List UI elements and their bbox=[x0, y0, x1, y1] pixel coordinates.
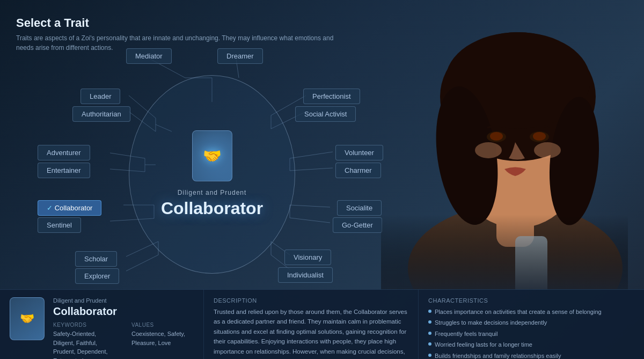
page-title: Select a Trait bbox=[16, 16, 338, 30]
trait-individualist[interactable]: Individualist bbox=[278, 267, 333, 283]
header: Select a Trait Traits are aspects of a Z… bbox=[16, 16, 338, 53]
characteristic-item: Places importance on activities that cre… bbox=[428, 308, 634, 316]
char-text: Places importance on activities that cre… bbox=[435, 308, 602, 316]
panel-keywords-col: Keywords Safety-Oriented, Diligent, Fait… bbox=[53, 322, 115, 359]
panel-keywords-value: Safety-Oriented, Diligent, Faithful, Pru… bbox=[53, 329, 115, 359]
char-dot bbox=[428, 342, 431, 346]
svg-line-37 bbox=[290, 168, 333, 171]
characteristic-item: Builds friendships and family relationsh… bbox=[428, 352, 634, 359]
panel-keywords-label: Keywords bbox=[53, 322, 115, 328]
trait-social-activist[interactable]: Social Activist bbox=[295, 106, 356, 122]
char-dot bbox=[428, 332, 431, 335]
trait-map: .line { stroke: rgba(150,190,230,0.3); s… bbox=[27, 48, 419, 311]
trait-leader[interactable]: Leader bbox=[80, 89, 120, 104]
panel-description-label: Description bbox=[214, 297, 408, 304]
svg-line-39 bbox=[290, 205, 330, 207]
characteristic-item: Frequently feels tranquil bbox=[428, 330, 634, 338]
svg-line-31 bbox=[126, 255, 158, 271]
characteristics-list: Places importance on activities that cre… bbox=[428, 308, 634, 359]
char-text: Worried feeling lasts for a longer time bbox=[435, 341, 532, 349]
panel-trait-name: Collaborator bbox=[53, 305, 194, 318]
panel-info-text: Diligent and Prudent Collaborator Keywor… bbox=[53, 297, 194, 351]
handshake-icon: 🤝 bbox=[203, 147, 222, 165]
panel-card-icon: 🤝 bbox=[20, 312, 34, 326]
panel-characteristics: Characteristics Places importance on act… bbox=[419, 290, 644, 359]
central-trait-card: 🤝 bbox=[192, 130, 232, 181]
trait-entertainer[interactable]: Entertainer bbox=[38, 163, 90, 178]
trait-explorer[interactable]: Explorer bbox=[75, 268, 119, 284]
panel-description-text: Trusted and relied upon by those around … bbox=[214, 307, 408, 359]
char-text: Struggles to make decisions independentl… bbox=[435, 319, 547, 327]
central-trait-name: Collaborator bbox=[161, 199, 263, 218]
svg-point-12 bbox=[534, 142, 561, 158]
trait-authoritarian[interactable]: Authoritarian bbox=[72, 106, 130, 122]
trait-collaborator[interactable]: Collaborator bbox=[38, 200, 101, 216]
trait-adventurer[interactable]: Adventurer bbox=[38, 145, 90, 160]
char-dot bbox=[428, 320, 431, 324]
panel-values-value: Coexistence, Safety, Pleasure, Love bbox=[131, 329, 194, 347]
svg-line-40 bbox=[290, 218, 330, 223]
trait-perfectionist[interactable]: Perfectionist bbox=[303, 89, 360, 104]
characteristic-item: Worried feeling lasts for a longer time bbox=[428, 341, 634, 349]
panel-trait-info: 🤝 Diligent and Prudent Collaborator Keyw… bbox=[0, 290, 204, 359]
panel-characteristics-label: Characteristics bbox=[428, 297, 634, 304]
char-text: Frequently feels tranquil bbox=[435, 330, 497, 338]
trait-visionary[interactable]: Visionary bbox=[284, 250, 331, 265]
svg-line-36 bbox=[290, 152, 333, 158]
char-dot bbox=[428, 354, 431, 357]
trait-scholar[interactable]: Scholar bbox=[75, 251, 117, 267]
svg-point-11 bbox=[475, 142, 502, 158]
panel-description: Description Trusted and relied upon by t… bbox=[204, 290, 419, 359]
panel-values-col: Values Coexistence, Safety, Pleasure, Lo… bbox=[131, 322, 194, 359]
page-subtitle: Traits are aspects of a Zoi's personalit… bbox=[16, 33, 338, 53]
character-portrait bbox=[370, 0, 628, 290]
characteristic-item: Struggles to make decisions independentl… bbox=[428, 319, 634, 327]
char-dot bbox=[428, 310, 431, 313]
panel-values-label: Values bbox=[131, 322, 194, 328]
panel-trait-subtitle: Diligent and Prudent bbox=[53, 297, 194, 304]
svg-point-10 bbox=[533, 132, 546, 141]
char-text: Builds friendships and family relationsh… bbox=[435, 352, 561, 359]
svg-rect-14 bbox=[381, 215, 628, 290]
svg-point-9 bbox=[490, 132, 503, 141]
trait-sentinel[interactable]: Sentinel bbox=[38, 217, 81, 233]
panel-kv-row: Keywords Safety-Oriented, Diligent, Fait… bbox=[53, 322, 194, 359]
central-circle: 🤝 Diligent and Prudent Collaborator bbox=[129, 75, 295, 274]
panel-trait-card: 🤝 bbox=[10, 297, 45, 340]
central-trait-subtitle: Diligent and Prudent bbox=[178, 189, 247, 196]
bottom-panel: 🤝 Diligent and Prudent Collaborator Keyw… bbox=[0, 289, 644, 359]
